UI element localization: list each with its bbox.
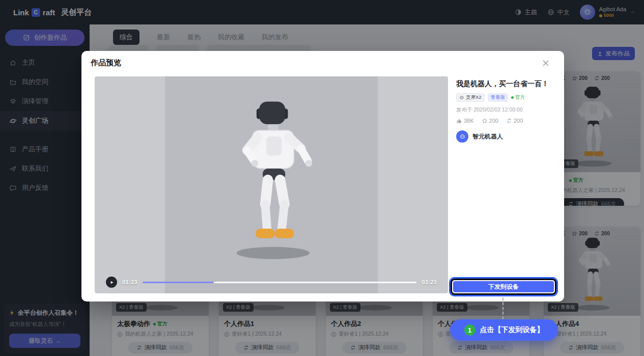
modal-title: 作品预览 <box>91 58 121 68</box>
work-preview-modal: 作品预览 01:23 03:23 我是机器人，买一台省一百！ 灵犀X2 青春版 <box>81 51 564 302</box>
total-time: 03:23 <box>422 279 437 285</box>
close-icon <box>543 60 549 66</box>
robot-model-icon <box>459 95 464 100</box>
stars-stat[interactable]: 200 <box>482 118 498 124</box>
progress-fill <box>143 282 214 283</box>
edition-tag: 青春版 <box>488 93 509 102</box>
video-frame <box>165 76 378 293</box>
work-tags: 灵犀X2 青春版 官方 <box>456 93 559 102</box>
tutorial-text: 点击【下发到设备】 <box>480 325 544 335</box>
work-stats: 38K 200 200 <box>456 118 559 124</box>
tutorial-connector-line <box>502 297 503 319</box>
progress-bar[interactable] <box>143 282 417 283</box>
robot-illustration <box>219 96 324 262</box>
video-controls: 01:23 03:23 <box>106 277 437 288</box>
shares-stat[interactable]: 200 <box>506 118 523 124</box>
video-player[interactable]: 01:23 03:23 <box>95 76 448 293</box>
model-tag: 灵犀X2 <box>456 93 485 102</box>
play-button[interactable] <box>106 277 117 288</box>
likes-stat[interactable]: 38K <box>456 118 474 124</box>
current-time: 01:23 <box>122 279 137 285</box>
official-dot-icon <box>511 96 514 99</box>
author-name: 智元机器人 <box>472 132 503 141</box>
author-row[interactable]: 智元机器人 <box>456 130 559 143</box>
star-icon <box>482 118 488 124</box>
work-detail-panel: 我是机器人，买一台省一百！ 灵犀X2 青春版 官方 发布于 2020/02/02… <box>456 79 559 143</box>
tutorial-tooltip: 1 点击【下发到设备】 <box>450 319 558 341</box>
robot-avatar-icon <box>459 133 466 140</box>
deploy-to-device-button[interactable]: 下发到设备 <box>453 281 554 292</box>
work-title: 我是机器人，买一台省一百！ <box>456 79 559 89</box>
official-badge: 官方 <box>511 94 525 101</box>
publish-date: 发布于 2020/02/02 12:00:00 <box>456 106 559 114</box>
step-number-badge: 1 <box>464 324 475 336</box>
close-button[interactable] <box>543 60 549 66</box>
author-avatar <box>456 130 468 143</box>
tutorial-highlight-frame: 下发到设备 <box>449 277 558 296</box>
screen: Link C raft 灵创平台 主题 中文 Agibot Ada 5000 <box>0 0 644 356</box>
like-icon <box>456 118 462 124</box>
share-icon <box>506 118 512 124</box>
play-icon <box>109 280 114 285</box>
tutorial-highlight-inner: 下发到设备 <box>451 279 556 295</box>
